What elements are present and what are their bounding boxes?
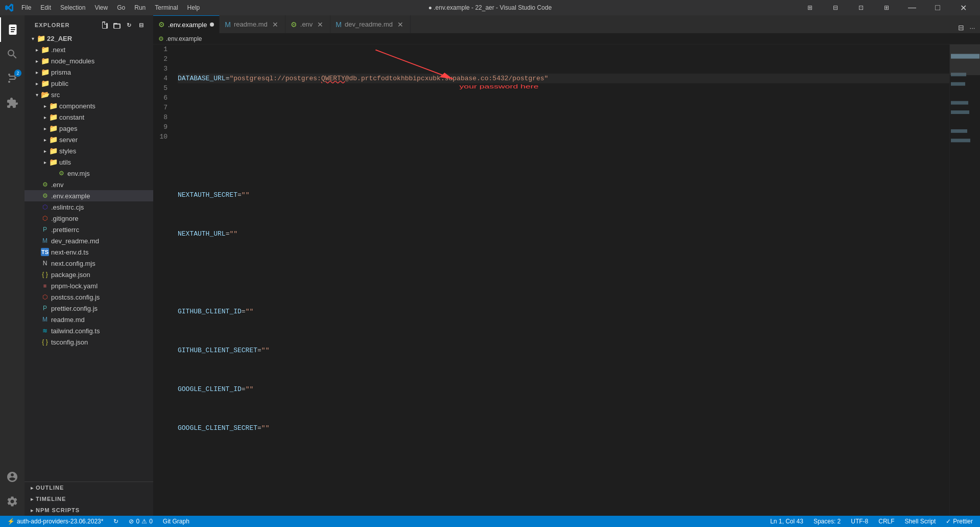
tree-item-prisma[interactable]: ▸ 📁 prisma: [25, 66, 153, 78]
git-icon: ⬡: [41, 214, 49, 222]
tab-env-label: .env: [300, 20, 313, 28]
code-line-5: NEXTAUTH_URL="": [178, 229, 949, 239]
status-spaces[interactable]: Spaces: 2: [811, 516, 843, 527]
menu-view[interactable]: View: [90, 3, 112, 12]
tree-item-pnpm-lock[interactable]: ▸ ≡ pnpm-lock.yaml: [25, 280, 153, 291]
menu-run[interactable]: Run: [130, 3, 150, 12]
tree-item-utils[interactable]: ▸ 📁 utils: [25, 156, 153, 168]
source-control-badge: 2: [14, 70, 21, 77]
vscode-logo-icon: [5, 4, 13, 12]
menu-edit[interactable]: Edit: [36, 3, 55, 12]
tree-item-readme[interactable]: ▸ M readme.md: [25, 314, 153, 325]
tree-item-eslintrc[interactable]: ▸ ⬡ .eslintrc.cjs: [25, 201, 153, 213]
status-left: ⚡ auth-add-providers-23.06.2023* ↻ ⊘ 0 ⚠…: [5, 516, 192, 527]
tree-item-env-example[interactable]: ▸ ⚙ .env.example: [25, 190, 153, 201]
status-position[interactable]: Ln 1, Col 43: [768, 516, 805, 527]
tree-item-prettierrc[interactable]: ▸ P .prettierrc: [25, 224, 153, 235]
editor[interactable]: 1 2 3 4 5 6 7 8 9 10 DATABASE_URL="postg…: [153, 44, 949, 516]
menu-terminal[interactable]: Terminal: [151, 3, 182, 12]
menu-help[interactable]: Help: [183, 3, 204, 12]
tree-item-pages[interactable]: ▸ 📁 pages: [25, 123, 153, 134]
new-folder-button[interactable]: [111, 19, 123, 31]
tree-item-node-modules[interactable]: ▸ 📁 node_modules: [25, 55, 153, 66]
activity-search[interactable]: [0, 42, 25, 66]
minimize-button[interactable]: —: [900, 0, 924, 15]
npm-scripts-panel[interactable]: ▸ NPM SCRIPTS: [25, 505, 153, 516]
tree-label-postcss: postcss.config.js: [51, 293, 100, 301]
tree-root[interactable]: ▾ 📁 22_AER: [25, 33, 153, 44]
tree-item-package-json[interactable]: ▸ { } package.json: [25, 269, 153, 280]
panel-button[interactable]: ⊡: [849, 0, 873, 15]
status-encoding[interactable]: UTF-8: [849, 516, 870, 527]
maximize-button[interactable]: □: [926, 0, 949, 15]
split-editor-right-button[interactable]: ⊟: [955, 22, 967, 33]
collapse-all-button[interactable]: ⊟: [136, 19, 147, 31]
code-area[interactable]: DATABASE_URL="postgresql://postgres:QWER…: [176, 44, 949, 516]
more-tabs-button[interactable]: ···: [967, 22, 978, 33]
activity-account[interactable]: [0, 465, 25, 489]
close-button[interactable]: ✕: [951, 0, 975, 15]
tab-env[interactable]: ⚙ .env ✕: [285, 15, 331, 33]
tree-label-next-env: next-env.d.ts: [51, 248, 88, 256]
tab-readme[interactable]: M readme.md ✕: [220, 15, 285, 33]
tree-item-postcss[interactable]: ▸ ⬡ postcss.config.js: [25, 291, 153, 303]
tree-item-constant[interactable]: ▸ 📁 constant: [25, 111, 153, 123]
menu-selection[interactable]: Selection: [56, 3, 89, 12]
npm-arrow-icon: ▸: [31, 508, 34, 513]
tab-env-close[interactable]: ✕: [316, 20, 325, 29]
tree-item-components[interactable]: ▸ 📁 components: [25, 100, 153, 111]
menu-bar[interactable]: File Edit Selection View Go Run Terminal…: [17, 3, 204, 12]
folder-components-icon: 📁: [49, 102, 57, 110]
activity-source-control[interactable]: 2: [0, 66, 25, 91]
sidebar-wrapper: EXPLORER ↻ ⊟ ▾ 📁: [25, 15, 153, 516]
timeline-panel[interactable]: ▸ TIMELINE: [25, 493, 153, 505]
line-num-4: 4: [153, 74, 172, 83]
tsconfig-icon: { }: [41, 338, 49, 346]
status-language[interactable]: Shell Script: [903, 516, 938, 527]
status-git-graph[interactable]: Git Graph: [161, 516, 192, 527]
menu-file[interactable]: File: [17, 3, 35, 12]
status-line-ending[interactable]: CRLF: [876, 516, 896, 527]
env-mjs-icon: ⚙: [57, 169, 65, 177]
tree-item-styles[interactable]: ▸ 📁 styles: [25, 145, 153, 156]
tree-item-env-mjs[interactable]: ▸ ⚙ env.mjs: [25, 168, 153, 179]
tree-item-dev-readme[interactable]: ▸ M dev_readme.md: [25, 235, 153, 246]
menu-go[interactable]: Go: [113, 3, 129, 12]
tree-item-next[interactable]: ▸ 📁 .next: [25, 44, 153, 55]
tree-item-next-config[interactable]: ▸ N next.config.mjs: [25, 258, 153, 269]
status-errors[interactable]: ⊘ 0 ⚠ 0: [127, 516, 154, 527]
tree-label-tsconfig: tsconfig.json: [51, 338, 88, 346]
tree-item-tailwind[interactable]: ▸ ≋ tailwind.config.ts: [25, 325, 153, 336]
split-editor-button[interactable]: ⊟: [824, 0, 847, 15]
tree-item-server[interactable]: ▸ 📁 server: [25, 134, 153, 145]
status-sync[interactable]: ↻: [111, 516, 121, 527]
layout-button[interactable]: ⊞: [798, 0, 822, 15]
line-num-7: 7: [153, 103, 172, 112]
tree-item-tsconfig[interactable]: ▸ { } tsconfig.json: [25, 336, 153, 348]
sidebar-tree: ▾ 📁 22_AER ▸ 📁 .next ▸ 📁 node_modules ▸ …: [25, 33, 153, 482]
line-num-10: 10: [153, 132, 172, 142]
tree-item-src[interactable]: ▾ 📂 src: [25, 89, 153, 100]
tree-item-env[interactable]: ▸ ⚙ .env: [25, 179, 153, 190]
new-file-button[interactable]: [99, 19, 110, 31]
tab-readme-close[interactable]: ✕: [271, 20, 280, 29]
tree-item-gitignore[interactable]: ▸ ⬡ .gitignore: [25, 213, 153, 224]
tab-dev-readme[interactable]: M dev_readme.md ✕: [330, 15, 411, 33]
outline-panel[interactable]: ▸ OUTLINE: [25, 482, 153, 493]
line-num-1: 1: [153, 44, 172, 54]
activity-explorer[interactable]: [0, 17, 25, 42]
tab-dev-readme-close[interactable]: ✕: [396, 20, 405, 29]
customize-layout-button[interactable]: ⊞: [875, 0, 898, 15]
status-branch[interactable]: ⚡ auth-add-providers-23.06.2023*: [5, 516, 105, 527]
tree-label-src: src: [51, 91, 60, 99]
activity-settings[interactable]: [0, 489, 25, 514]
line-num-2: 2: [153, 54, 172, 64]
activity-extensions[interactable]: [0, 91, 25, 116]
tree-item-public[interactable]: ▸ 📁 public: [25, 78, 153, 89]
tree-item-prettier-config[interactable]: ▸ P prettier.config.js: [25, 303, 153, 314]
refresh-explorer-button[interactable]: ↻: [124, 19, 135, 31]
tree-item-next-env[interactable]: ▸ TS next-env.d.ts: [25, 246, 153, 258]
status-prettier[interactable]: ✓ Prettier: [944, 516, 975, 527]
minimap-slider[interactable]: [950, 44, 980, 75]
tab-env-example[interactable]: ⚙ .env.example: [153, 15, 220, 33]
